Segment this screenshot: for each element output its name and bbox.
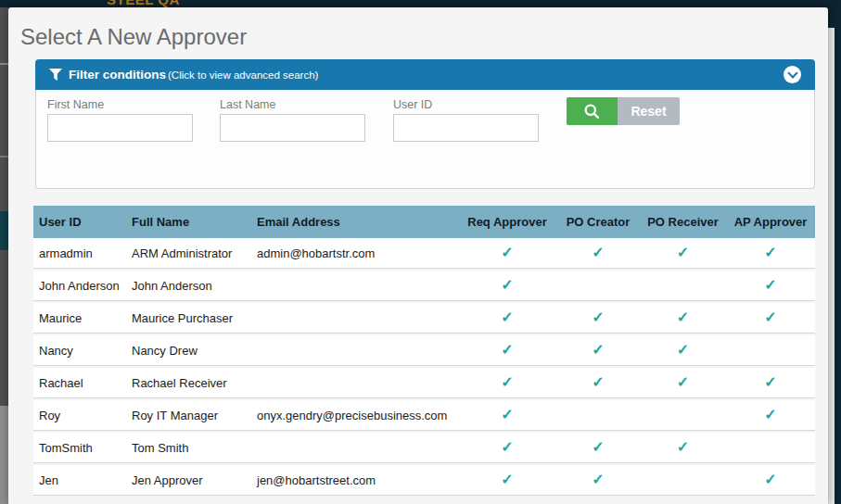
user-id-label: User ID [393, 98, 539, 111]
filter-hint-label: (Click to view advanced search) [168, 69, 318, 81]
background-sidebar [0, 7, 8, 504]
cell-user-id: armadmin [33, 238, 126, 268]
last-name-field-group: Last Name [220, 98, 365, 142]
cell-full-name: John Anderson [126, 271, 251, 300]
cell-email [251, 271, 458, 300]
filter-buttons: Reset [567, 97, 680, 125]
check-icon: ✓ [677, 375, 689, 390]
table-row[interactable]: John Anderson John Anderson ✓ ✓ [33, 271, 815, 301]
check-icon: ✓ [764, 472, 776, 487]
col-header-po-receiver: PO Receiver [640, 206, 726, 238]
check-icon: ✓ [592, 246, 604, 260]
col-header-full-name: Full Name [126, 206, 251, 238]
sidebar-active-item-fragment [0, 211, 8, 250]
table-row[interactable]: armadmin ARM Administrator admin@hobarts… [33, 238, 815, 269]
check-icon: ✓ [677, 310, 689, 325]
cell-email [251, 335, 458, 365]
col-header-req-approver: Req Approver [458, 206, 556, 238]
check-icon: ✓ [501, 472, 513, 487]
col-header-po-creator: PO Creator [556, 206, 640, 238]
table-row[interactable]: Roy Roy IT Manager onyx.gendry@precisebu… [33, 400, 815, 431]
background-page-edge [828, 28, 835, 504]
cell-full-name: ARM Administrator [126, 238, 251, 268]
check-icon: ✓ [501, 375, 513, 390]
check-icon: ✓ [592, 472, 604, 487]
check-icon: ✓ [592, 343, 604, 358]
check-icon: ✓ [501, 440, 513, 455]
cell-email [251, 303, 458, 333]
search-icon [583, 103, 601, 120]
cell-user-id: Rachael [33, 368, 126, 397]
check-icon: ✓ [501, 246, 513, 260]
check-icon: ✓ [677, 440, 689, 455]
cell-full-name: Roy IT Manager [126, 400, 251, 430]
filter-panel: Filter conditions (Click to view advance… [35, 59, 815, 189]
check-icon: ✓ [501, 343, 513, 358]
first-name-label: First Name [47, 98, 193, 111]
first-name-field-group: First Name [47, 98, 193, 142]
col-header-user-id: User ID [33, 206, 126, 238]
check-icon: ✓ [501, 408, 513, 422]
check-icon: ✓ [592, 440, 604, 455]
check-icon: ✓ [592, 375, 604, 390]
cell-user-id: TomSmith [33, 433, 126, 462]
cell-user-id: Maurice [33, 303, 126, 333]
cell-email [251, 433, 458, 462]
cell-full-name: Tom Smith [126, 433, 251, 462]
check-icon: ✓ [677, 343, 689, 358]
cell-email: onyx.gendry@precisebusiness.com [251, 400, 458, 430]
cell-user-id: Nancy [33, 335, 126, 365]
check-icon: ✓ [764, 278, 776, 293]
chevron-down-icon[interactable] [784, 66, 801, 83]
page-title: Select A New Approver [20, 24, 247, 50]
check-icon: ✓ [764, 246, 776, 260]
sidebar-fragment [0, 63, 8, 65]
cell-full-name: Jen Approver [126, 465, 251, 495]
cell-user-id: Jen [33, 465, 126, 495]
table-row[interactable]: Jen Jen Approver jen@hobartstreet.com ✓ … [33, 465, 815, 496]
check-icon: ✓ [592, 310, 604, 325]
approver-table: User ID Full Name Email Address Req Appr… [33, 206, 815, 498]
check-icon: ✓ [501, 310, 513, 325]
table-row[interactable]: Rachael Rachael Receiver ✓ ✓ ✓ ✓ [33, 368, 815, 398]
cell-full-name: Rachael Receiver [126, 368, 251, 397]
user-id-field-group: User ID [393, 98, 539, 142]
table-row[interactable]: Maurice Maurice Purchaser ✓ ✓ ✓ ✓ [33, 303, 815, 334]
cell-user-id: Roy [33, 400, 126, 430]
last-name-input[interactable] [220, 114, 365, 142]
brand-logo-text: STEEL QA [107, 0, 180, 7]
col-header-email: Email Address [251, 206, 458, 238]
check-icon: ✓ [501, 278, 513, 293]
cell-full-name: Maurice Purchaser [126, 303, 251, 333]
cell-email: admin@hobartstr.com [251, 238, 458, 268]
user-id-input[interactable] [393, 114, 539, 142]
reset-button[interactable]: Reset [618, 97, 680, 125]
filter-body: First Name Last Name User ID Reset [35, 90, 815, 189]
cell-email: jen@hobartstreet.com [251, 465, 458, 495]
filter-funnel-icon [49, 69, 62, 81]
sidebar-fragment [0, 156, 8, 158]
cell-full-name: Nancy Drew [126, 335, 251, 365]
sidebar-fragment [0, 406, 8, 504]
last-name-label: Last Name [220, 98, 365, 111]
check-icon: ✓ [764, 408, 776, 422]
cell-email [251, 368, 458, 397]
table-row[interactable]: TomSmith Tom Smith ✓ ✓ ✓ [33, 433, 815, 463]
table-row[interactable]: Nancy Nancy Drew ✓ ✓ ✓ [33, 335, 815, 366]
search-button[interactable] [567, 97, 618, 125]
col-header-ap-approver: AP Approver [726, 206, 815, 238]
background-right-bar [835, 0, 841, 504]
filter-conditions-label: Filter conditions [69, 68, 166, 82]
filter-conditions-header[interactable]: Filter conditions (Click to view advance… [35, 59, 815, 90]
check-icon: ✓ [764, 310, 776, 325]
first-name-input[interactable] [47, 114, 193, 142]
cell-user-id: John Anderson [33, 271, 126, 300]
table-header-row: User ID Full Name Email Address Req Appr… [33, 206, 815, 238]
select-approver-modal: Select A New Approver Filter conditions … [8, 7, 828, 504]
check-icon: ✓ [764, 375, 776, 390]
check-icon: ✓ [677, 246, 689, 260]
